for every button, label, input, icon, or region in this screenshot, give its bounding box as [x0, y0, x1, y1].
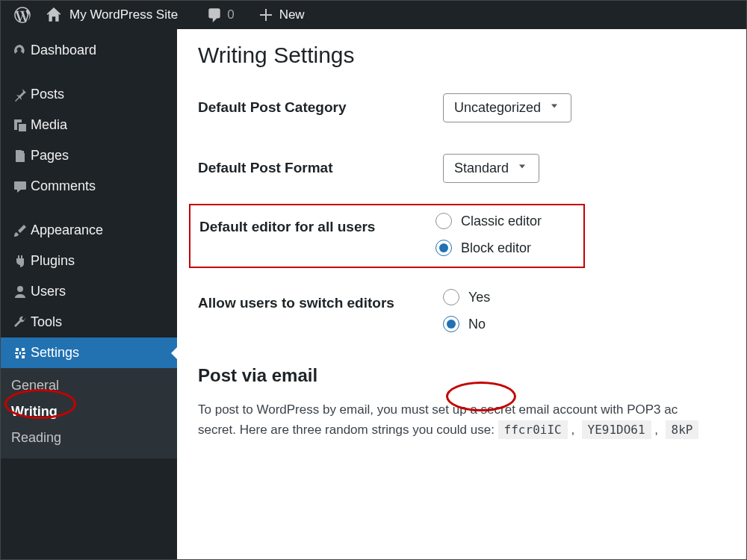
- radio-input[interactable]: [443, 289, 459, 305]
- random-string-3: 8kP: [666, 420, 699, 439]
- plugin-icon: [10, 254, 31, 269]
- menu-label: Comments: [31, 178, 96, 194]
- default-format-label: Default Post Format: [198, 154, 443, 176]
- menu-pages[interactable]: Pages: [1, 140, 177, 171]
- brush-icon: [10, 223, 31, 238]
- annotation-box-default-editor: Default editor for all users Classic edi…: [189, 204, 585, 268]
- pages-icon: [10, 149, 31, 164]
- menu-settings[interactable]: Settings: [1, 337, 177, 368]
- row-default-editor: Default editor for all users Classic edi…: [190, 213, 583, 256]
- select-value: Uncategorized: [454, 100, 541, 116]
- chevron-down-icon: [516, 161, 528, 176]
- menu-posts[interactable]: Posts: [1, 79, 177, 110]
- radio-block-editor[interactable]: Block editor: [436, 240, 542, 256]
- radio-classic-editor[interactable]: Classic editor: [436, 213, 542, 229]
- menu-comments[interactable]: Comments: [1, 171, 177, 202]
- menu-label: Dashboard: [31, 43, 96, 58]
- radio-input[interactable]: [443, 316, 459, 332]
- pin-icon: [10, 87, 31, 102]
- menu-label: Plugins: [31, 253, 75, 269]
- menu-appearance[interactable]: Appearance: [1, 215, 177, 246]
- radio-switch-yes[interactable]: Yes: [443, 289, 490, 305]
- chevron-down-icon: [548, 100, 560, 116]
- row-default-format: Default Post Format Standard: [198, 154, 746, 183]
- admin-top-bar: My WordPress Site 0 New: [1, 1, 746, 29]
- default-format-select[interactable]: Standard: [443, 154, 539, 183]
- dashboard-icon: [10, 43, 31, 58]
- plus-icon: [258, 7, 273, 22]
- page-title: Writing Settings: [198, 43, 746, 68]
- default-editor-label: Default editor for all users: [199, 213, 436, 235]
- topbar-new[interactable]: New: [251, 1, 312, 29]
- comment-count: 0: [227, 7, 234, 22]
- default-category-select[interactable]: Uncategorized: [443, 93, 571, 122]
- row-switch-editors: Allow users to switch editors Yes No: [198, 289, 746, 343]
- post-via-email-desc: To post to WordPress by email, you must …: [198, 399, 746, 440]
- radio-label: Classic editor: [461, 214, 542, 229]
- radio-switch-no[interactable]: No: [443, 316, 490, 332]
- radio-label: No: [468, 317, 486, 332]
- row-default-category: Default Post Category Uncategorized: [198, 93, 746, 122]
- desc-line-1: To post to WordPress by email, you must …: [198, 402, 678, 417]
- random-string-2: YE91DO61: [582, 420, 651, 439]
- menu-label: Settings: [31, 345, 79, 361]
- menu-label: Pages: [31, 148, 69, 164]
- wrench-icon: [10, 315, 31, 330]
- menu-users[interactable]: Users: [1, 276, 177, 307]
- select-value: Standard: [454, 161, 509, 176]
- sub-general[interactable]: General: [1, 373, 177, 399]
- comment-icon: [206, 7, 223, 23]
- menu-label: Media: [31, 117, 67, 133]
- wordpress-icon: [14, 7, 31, 23]
- menu-media[interactable]: Media: [1, 110, 177, 140]
- menu-plugins[interactable]: Plugins: [1, 246, 177, 276]
- admin-sidebar: Dashboard Posts Media Pages Comments App…: [1, 29, 177, 559]
- wp-logo[interactable]: [7, 1, 38, 29]
- radio-label: Yes: [468, 290, 490, 305]
- settings-icon: [10, 346, 31, 361]
- menu-label: Posts: [31, 87, 64, 102]
- site-name: My WordPress Site: [69, 7, 178, 22]
- new-label: New: [279, 7, 305, 22]
- media-icon: [10, 118, 31, 133]
- menu-tools[interactable]: Tools: [1, 307, 177, 337]
- site-home-link[interactable]: My WordPress Site: [38, 1, 185, 29]
- menu-label: Appearance: [31, 223, 103, 238]
- radio-input[interactable]: [436, 213, 452, 229]
- switch-editors-label: Allow users to switch editors: [198, 289, 443, 311]
- radio-label: Block editor: [461, 240, 531, 256]
- desc-line-2: secret. Here are three random strings yo…: [198, 423, 498, 437]
- menu-label: Users: [31, 284, 66, 299]
- random-string-1: ffcr0iIC: [498, 420, 568, 439]
- sub-writing[interactable]: Writing: [1, 399, 177, 425]
- menu-label: Tools: [31, 314, 62, 330]
- post-via-email-heading: Post via email: [198, 365, 746, 386]
- svg-rect-0: [16, 151, 24, 161]
- main-content: Writing Settings Default Post Category U…: [177, 29, 746, 559]
- settings-submenu: General Writing Reading: [1, 368, 177, 458]
- radio-input[interactable]: [436, 240, 452, 256]
- menu-dashboard[interactable]: Dashboard: [1, 35, 177, 66]
- home-icon: [46, 7, 62, 23]
- users-icon: [10, 284, 31, 299]
- topbar-comments[interactable]: 0: [199, 1, 241, 29]
- sub-reading[interactable]: Reading: [1, 425, 177, 451]
- comments-icon: [10, 179, 31, 194]
- default-category-label: Default Post Category: [198, 93, 443, 116]
